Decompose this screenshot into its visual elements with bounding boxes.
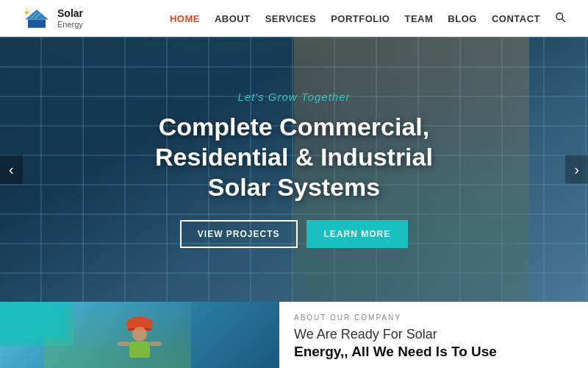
about-text: ABOUT OUR COMPANY We Are Ready For Solar… [279, 302, 588, 368]
nav-about[interactable]: ABOUT [215, 13, 251, 24]
logo[interactable]: Solar Energy [22, 7, 83, 30]
svg-rect-14 [129, 342, 150, 358]
nav-services[interactable]: SERVICES [265, 13, 317, 24]
hero-title: Complete Commercial, Residential & Indus… [125, 112, 463, 202]
hero-subtitle-accent: Together [301, 91, 351, 103]
worker-silhouette [96, 302, 184, 368]
logo-text: Solar Energy [57, 8, 83, 28]
svg-point-13 [132, 327, 147, 342]
svg-point-4 [25, 11, 29, 15]
hero-subtitle-plain: Let's Grow [237, 91, 301, 103]
logo-icon [22, 7, 51, 30]
about-heading-bold: Energy,, All We Need Is To Use [294, 344, 497, 359]
view-projects-button[interactable]: VIEW PROJECTS [180, 220, 298, 248]
svg-point-8 [556, 13, 563, 20]
svg-rect-16 [150, 342, 162, 346]
about-heading: We Are Ready For Solar Energy,, All We N… [294, 326, 573, 361]
main-nav: HOME ABOUT SERVICES PORTFOLIO TEAM BLOG … [170, 12, 566, 25]
search-icon[interactable] [555, 12, 566, 25]
hero-content: Let's Grow Together Complete Commercial,… [110, 91, 478, 247]
nav-portfolio[interactable]: PORTFOLIO [331, 13, 390, 24]
svg-rect-15 [118, 342, 129, 346]
svg-line-6 [29, 10, 30, 10]
nav-team[interactable]: TEAM [405, 13, 434, 24]
site-header: Solar Energy HOME ABOUT SERVICES PORTFOL… [0, 0, 588, 37]
hero-subtitle: Let's Grow Together [125, 91, 463, 103]
learn-more-button[interactable]: LEARN MORE [306, 220, 409, 248]
about-label: ABOUT OUR COMPANY [294, 314, 573, 322]
svg-marker-0 [25, 10, 49, 20]
teal-accent [0, 302, 66, 339]
bottom-section: ABOUT OUR COMPANY We Are Ready For Solar… [0, 302, 588, 368]
hero-section: ‹ Let's Grow Together Complete Commercia… [0, 37, 588, 302]
nav-blog[interactable]: BLOG [448, 13, 477, 24]
svg-line-9 [562, 19, 565, 22]
hero-prev-button[interactable]: ‹ [0, 155, 23, 184]
nav-contact[interactable]: CONTACT [492, 13, 540, 24]
hero-buttons: VIEW PROJECTS LEARN MORE [125, 220, 463, 248]
nav-home[interactable]: HOME [170, 13, 200, 24]
svg-rect-1 [28, 20, 46, 28]
about-image [0, 302, 279, 368]
about-heading-normal: We Are Ready For Solar [294, 327, 437, 342]
hero-next-button[interactable]: › [565, 155, 588, 184]
